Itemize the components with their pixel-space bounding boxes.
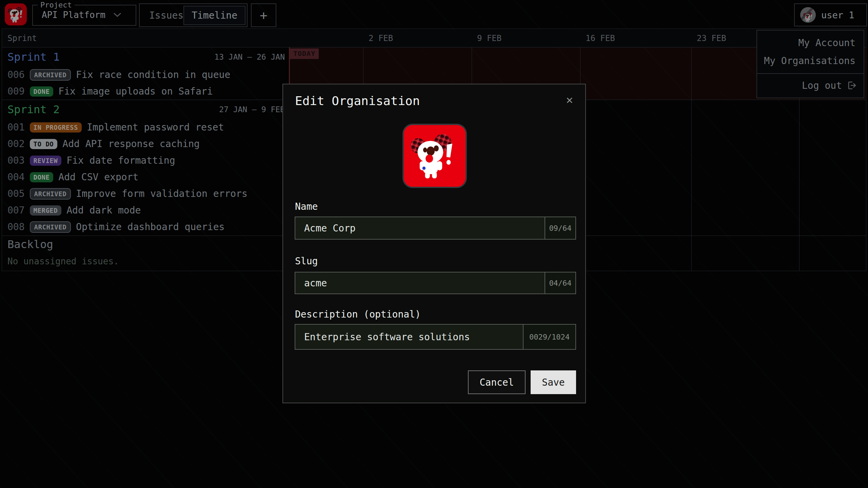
- edit-organisation-modal: Edit Organisation ✕ Name 09/64 Slug 04/6…: [282, 84, 586, 403]
- organisation-logo: [402, 124, 467, 188]
- name-field: 09/64: [295, 217, 576, 240]
- modal-title: Edit Organisation: [295, 94, 420, 108]
- save-button[interactable]: Save: [531, 370, 576, 394]
- description-char-counter: 0029/1024: [523, 325, 575, 349]
- name-char-counter: 09/64: [545, 217, 575, 239]
- screen: Project API Platform Issues Timeline + u…: [0, 0, 868, 488]
- description-field-label: Description (optional): [295, 309, 421, 320]
- name-field-label: Name: [295, 201, 318, 212]
- name-input[interactable]: [295, 217, 575, 239]
- slug-field: 04/64: [295, 272, 576, 294]
- description-field: 0029/1024: [295, 324, 576, 350]
- close-icon[interactable]: ✕: [564, 93, 575, 107]
- koala-logo-icon: [408, 129, 461, 183]
- slug-char-counter: 04/64: [545, 272, 575, 293]
- cancel-button[interactable]: Cancel: [468, 370, 526, 394]
- slug-input[interactable]: [295, 272, 575, 293]
- slug-field-label: Slug: [295, 256, 318, 267]
